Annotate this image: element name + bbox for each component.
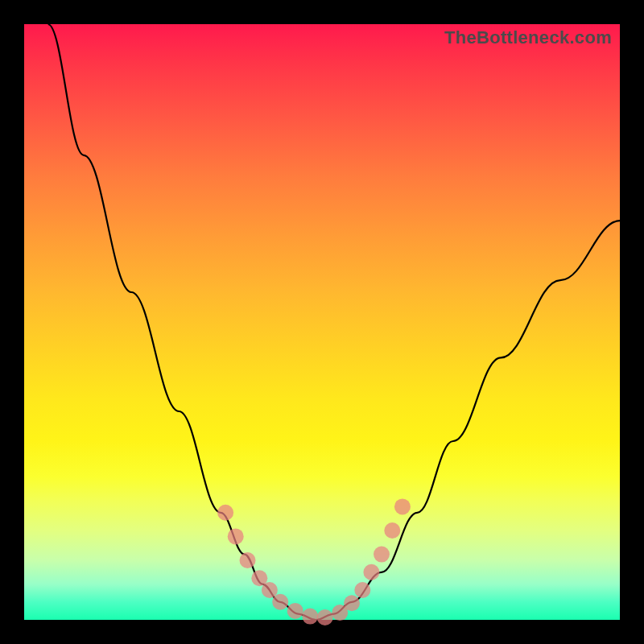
highlight-point — [240, 552, 256, 568]
highlight-point — [317, 609, 333, 625]
bottleneck-curve — [48, 24, 620, 620]
highlight-point — [287, 603, 303, 619]
highlight-point — [363, 564, 379, 580]
highlight-point — [302, 609, 318, 625]
chart-plot-area: TheBottleneck.com — [24, 24, 620, 620]
highlight-point — [374, 547, 390, 563]
highlight-point — [272, 594, 288, 610]
highlight-point — [262, 582, 278, 598]
highlight-point — [394, 498, 411, 514]
highlight-point — [354, 582, 370, 598]
highlight-point — [217, 505, 233, 521]
highlight-point — [228, 528, 244, 544]
marker-group — [217, 498, 411, 625]
highlight-point — [344, 595, 360, 611]
bottleneck-curve-svg — [24, 24, 620, 620]
highlight-point — [384, 522, 400, 539]
curve-group — [48, 24, 620, 620]
